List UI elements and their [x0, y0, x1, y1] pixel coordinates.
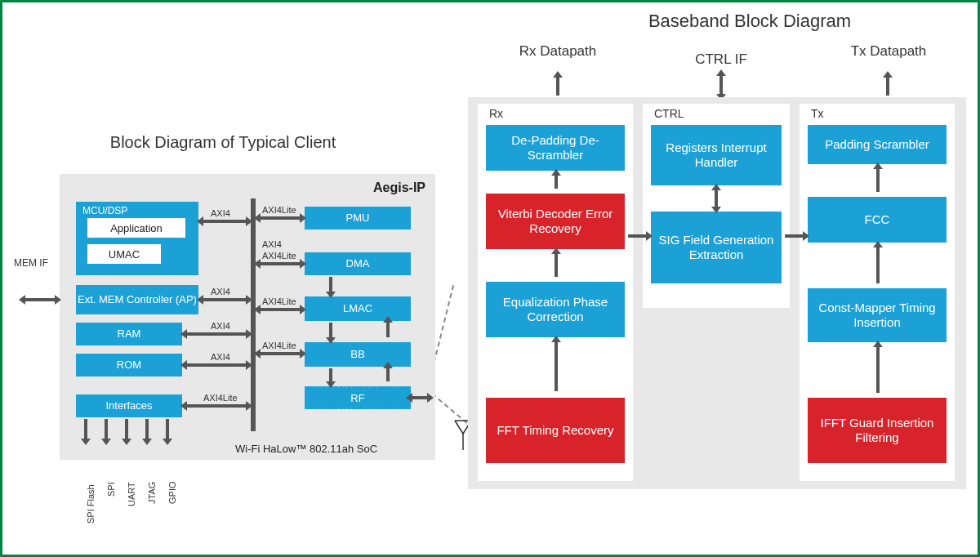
tx-arrow-1 [876, 169, 880, 192]
bb-box: BB [305, 342, 411, 367]
rx-arrow-2 [555, 254, 558, 277]
if-port-2: UART [127, 482, 136, 506]
ext-mem-box: Ext. MEM Controller (AP) [76, 285, 198, 314]
axi4lite-arrow-if [187, 404, 246, 408]
tx-datapath-label: Tx Datapath [819, 43, 958, 60]
application-box: Application [87, 218, 185, 238]
ctrl-arrow [715, 190, 718, 207]
rf-antenna-arrow [412, 396, 427, 399]
tx-pad-block: Padding Scrambler [808, 125, 947, 164]
ram-box: RAM [76, 323, 182, 345]
rom-box: ROM [76, 354, 182, 377]
arrow-lmac-bb-l [329, 323, 332, 337]
rx-eq-block: Equalization Phase Correction [486, 282, 625, 337]
if-arrow-0 [84, 419, 87, 439]
tx-ifft-block: IFFT Guard Insertion Filtering [808, 398, 947, 463]
mem-if-arrow [25, 298, 55, 301]
if-arrow-2 [125, 419, 128, 439]
arrow-dma-lmac-l [329, 277, 332, 292]
mem-if-label: MEM IF [14, 257, 48, 269]
if-arrow-1 [105, 419, 108, 439]
axi4-arrow-ram [187, 332, 246, 336]
axi4-label: AXI4 [211, 208, 230, 218]
rx-to-ctrl-arrow [628, 234, 646, 238]
axi4-label-ram: AXI4 [211, 321, 230, 331]
axi4lite-label-lmac: AXI4Lite [262, 296, 296, 306]
umac-box: UMAC [87, 244, 161, 264]
if-arrow-3 [145, 419, 149, 439]
ctrl-col-label: CTRL [648, 105, 691, 122]
if-port-3: JTAG [147, 482, 157, 504]
axi4-arrow-mcu [203, 220, 246, 223]
tx-fcc-block: FCC [808, 197, 947, 243]
mcu-dsp-box: MCU/DSP [76, 202, 198, 275]
axi4-label-dma: AXI4 [262, 239, 282, 249]
baseband-panel: Rx CTRL Tx De-Padding De-Scrambler Viter… [468, 97, 966, 489]
axi4lite-label-bb: AXI4Lite [262, 341, 296, 350]
axi4-arrow-ext [203, 298, 246, 301]
tx-mapper-block: Const-Mapper Timing Insertion [808, 288, 947, 342]
mcu-dsp-label: MCU/DSP [82, 205, 127, 216]
axi4lite-label-pmu: AXI4Lite [262, 205, 296, 215]
ctrl-sig-block: SIG Field Generation Extraction [651, 212, 782, 283]
axi4-arrow-dma [261, 262, 300, 265]
interfaces-box: Interfaces [76, 394, 182, 417]
axi4lite-label-dma: AXI4Lite [262, 251, 296, 261]
arrow-bb-rf-r [386, 368, 390, 381]
axi4lite-arrow-pmu [261, 216, 300, 220]
rx-arrow-1 [555, 176, 558, 189]
if-port-4: GPIO [167, 481, 177, 504]
axi4-label-ext: AXI4 [211, 287, 230, 296]
client-panel: Aegis-IP Wi-Fi HaLow™ 802.11ah SoC MCU/D… [60, 174, 435, 460]
rx-viterbi-block: Viterbi Decoder Error Recovery [486, 194, 625, 249]
baseband-title: Baseband Block Diagram [599, 11, 901, 32]
rx-col-label: Rx [483, 105, 510, 122]
tx-col-label: Tx [804, 105, 831, 122]
tx-out-arrow [886, 78, 889, 96]
rx-fft-block: FFT Timing Recovery [486, 398, 625, 463]
soc-label: Wi-Fi HaLow™ 802.11ah SoC [235, 443, 377, 455]
arrow-lmac-bb-r [386, 323, 390, 337]
dma-box: DMA [305, 252, 411, 275]
lmac-box: LMAC [305, 296, 411, 321]
ctrl-to-tx-arrow [785, 234, 803, 238]
axi4-arrow-rom [187, 363, 246, 367]
ctrl-io-arrow [719, 76, 723, 94]
axi4-label-rom: AXI4 [211, 352, 230, 362]
axi4lite-arrow-bb [261, 352, 300, 355]
rx-datapath-label: Rx Datapath [484, 43, 631, 60]
rx-depad-block: De-Padding De-Scrambler [486, 125, 625, 171]
axi4lite-label-if: AXI4Lite [203, 393, 238, 403]
if-port-1: SPI [106, 482, 116, 497]
pmu-box: PMU [305, 207, 411, 229]
aegis-ip-label: Aegis-IP [373, 180, 425, 195]
tx-arrow-2 [876, 247, 880, 283]
arrow-bb-rf-l [329, 368, 332, 381]
axi-bus [251, 198, 256, 431]
rf-box: RF [305, 386, 411, 409]
if-port-0: SPI Flash [86, 484, 96, 524]
rx-out-arrow [556, 78, 559, 96]
ctrl-if-label: CTRL IF [656, 51, 786, 68]
rx-arrow-3 [555, 342, 558, 391]
axi4lite-arrow-lmac [261, 308, 300, 311]
if-arrow-4 [166, 419, 169, 439]
tx-arrow-3 [876, 347, 880, 393]
client-title: Block Diagram of Typical Client [100, 133, 345, 152]
ctrl-regs-block: Registers Interrupt Handler [651, 125, 782, 185]
